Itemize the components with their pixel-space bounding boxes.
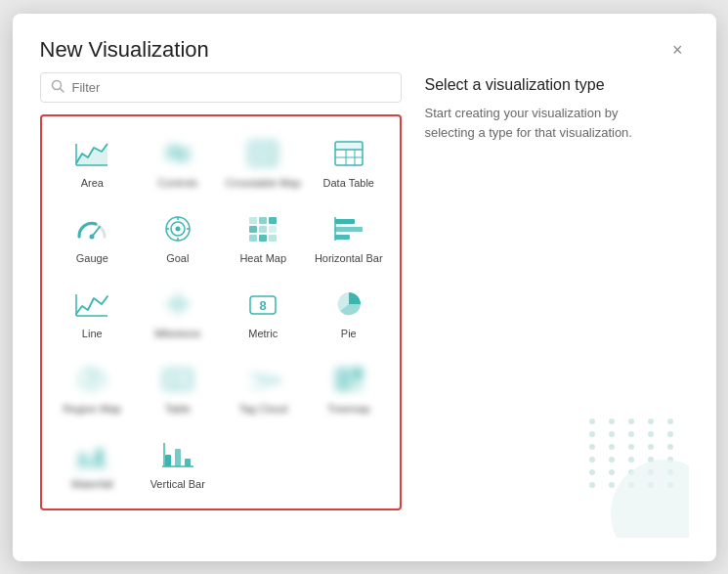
decorative-dot bbox=[648, 444, 654, 450]
svg-point-21 bbox=[90, 234, 95, 239]
gauge-icon bbox=[72, 211, 111, 246]
horizontal-bar-icon bbox=[329, 211, 368, 246]
dialog-title: New Visualization bbox=[40, 37, 209, 63]
gauge-label: Gauge bbox=[76, 252, 108, 265]
decorative-dot bbox=[609, 469, 615, 475]
svg-rect-64 bbox=[165, 455, 171, 466]
decorative-dot bbox=[628, 419, 634, 424]
vertical-bar-label: Vertical Bar bbox=[150, 478, 205, 491]
decorative-dot bbox=[589, 431, 595, 437]
table-icon bbox=[158, 362, 197, 397]
metric-label: Metric bbox=[248, 328, 278, 340]
decorative-dot bbox=[667, 444, 673, 450]
viz-grid: Area Controls Crosstable Map Data Table … bbox=[40, 114, 402, 511]
svg-rect-59 bbox=[354, 381, 363, 391]
waterfall-icon bbox=[72, 437, 111, 472]
viz-item-vertical-bar[interactable]: Vertical Bar bbox=[135, 427, 221, 499]
viz-item-waterfall[interactable]: Waterfall bbox=[50, 427, 136, 499]
svg-rect-19 bbox=[335, 142, 363, 150]
region-map-label: Region Map bbox=[64, 403, 121, 416]
viz-item-treemap[interactable]: Treemap bbox=[306, 352, 392, 423]
goal-icon bbox=[158, 211, 197, 246]
viz-item-heat-map[interactable]: Heat Map bbox=[221, 201, 307, 273]
heat-map-icon bbox=[243, 211, 282, 246]
right-panel-title: Select a visualization type bbox=[425, 76, 689, 94]
region-map-icon bbox=[72, 362, 111, 397]
decorative-dot bbox=[589, 444, 595, 450]
left-panel: Area Controls Crosstable Map Data Table … bbox=[40, 72, 402, 538]
close-button[interactable]: × bbox=[666, 39, 689, 61]
viz-item-table[interactable]: Table bbox=[135, 352, 221, 423]
controls-icon bbox=[158, 136, 197, 171]
area-icon bbox=[72, 136, 111, 171]
tag-cloud-label: Tag Cloud bbox=[238, 403, 287, 416]
decorative-dot bbox=[609, 444, 615, 450]
viz-item-gauge[interactable]: Gauge bbox=[50, 201, 136, 273]
table-label: Table bbox=[165, 403, 191, 416]
treemap-icon bbox=[329, 362, 368, 397]
svg-rect-29 bbox=[249, 217, 257, 224]
svg-rect-36 bbox=[259, 235, 267, 242]
controls-label: Controls bbox=[157, 177, 197, 190]
decorative-dot bbox=[609, 482, 615, 488]
filter-bar bbox=[40, 72, 402, 103]
viz-item-line[interactable]: Line bbox=[50, 277, 136, 348]
svg-rect-37 bbox=[269, 235, 277, 242]
treemap-label: Treemap bbox=[327, 403, 370, 416]
svg-rect-60 bbox=[79, 453, 85, 464]
viz-item-data-table[interactable]: Data Table bbox=[306, 126, 392, 198]
viz-item-pie[interactable]: Pie bbox=[306, 277, 392, 348]
svg-rect-32 bbox=[249, 226, 257, 233]
decorative-dot bbox=[589, 469, 595, 475]
svg-point-8 bbox=[178, 154, 186, 161]
viz-item-region-map[interactable]: Region Map bbox=[50, 352, 136, 423]
decorative-dot bbox=[609, 419, 615, 424]
svg-rect-35 bbox=[249, 235, 257, 242]
viz-item-controls[interactable]: Controls bbox=[135, 126, 221, 198]
tag-cloud-icon: Tag Cloud words bbox=[243, 362, 282, 397]
svg-rect-40 bbox=[335, 235, 350, 240]
search-icon bbox=[51, 79, 64, 96]
svg-rect-38 bbox=[335, 219, 355, 224]
viz-item-metric[interactable]: 8 Metric bbox=[221, 277, 307, 348]
decorative-dot bbox=[609, 431, 615, 437]
svg-rect-50 bbox=[164, 370, 192, 389]
svg-rect-62 bbox=[97, 449, 103, 464]
data-table-icon bbox=[329, 136, 368, 171]
new-visualization-dialog: New Visualization × Area Cont bbox=[13, 14, 716, 561]
data-table-label: Data Table bbox=[323, 177, 374, 190]
area-label: Area bbox=[81, 177, 104, 190]
svg-rect-57 bbox=[335, 368, 352, 391]
dialog-header: New Visualization × bbox=[13, 14, 716, 72]
decorative-dot bbox=[628, 444, 634, 450]
svg-rect-33 bbox=[259, 226, 267, 233]
svg-point-24 bbox=[175, 226, 180, 231]
decorative-dot bbox=[667, 419, 673, 424]
decorative-dot bbox=[589, 419, 595, 424]
svg-rect-61 bbox=[88, 457, 94, 464]
milestone-icon bbox=[158, 287, 197, 322]
decorative-dot bbox=[628, 431, 634, 437]
svg-rect-31 bbox=[269, 217, 277, 224]
horizontal-bar-label: Horizontal Bar bbox=[315, 252, 383, 265]
viz-item-horizontal-bar[interactable]: Horizontal Bar bbox=[306, 201, 392, 273]
vertical-bar-icon bbox=[158, 437, 197, 472]
decorative-dot bbox=[589, 457, 595, 463]
viz-item-tag-cloud[interactable]: Tag Cloud words Tag Cloud bbox=[221, 352, 307, 423]
filter-input[interactable] bbox=[72, 80, 391, 95]
svg-text:words: words bbox=[249, 383, 269, 390]
milestone-label: Milestone bbox=[154, 328, 200, 340]
decorative-dot bbox=[589, 482, 595, 488]
svg-line-1 bbox=[60, 88, 64, 92]
viz-item-area[interactable]: Area bbox=[50, 126, 136, 198]
viz-item-milestone[interactable]: Milestone bbox=[135, 277, 221, 348]
decorative-dots bbox=[581, 411, 689, 538]
decorative-dot bbox=[667, 431, 673, 437]
svg-rect-9 bbox=[249, 142, 277, 165]
viz-item-goal[interactable]: Goal bbox=[135, 201, 221, 273]
waterfall-label: Waterfall bbox=[71, 478, 113, 491]
viz-item-crosstab[interactable]: Crosstable Map bbox=[221, 126, 307, 198]
line-label: Line bbox=[82, 328, 103, 340]
metric-icon: 8 bbox=[243, 287, 282, 322]
decorative-dot bbox=[628, 457, 634, 463]
